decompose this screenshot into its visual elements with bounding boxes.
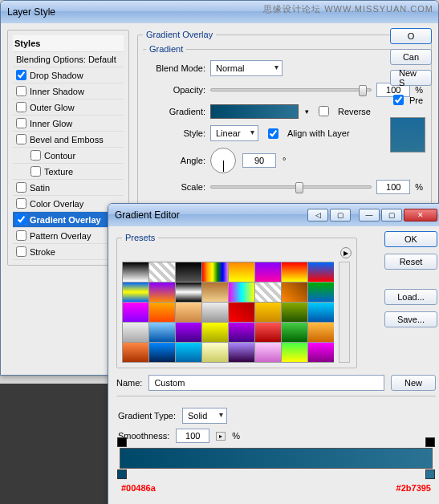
preset-swatch[interactable] [202,262,228,282]
dock-right-icon[interactable]: ▢ [330,209,351,222]
preset-swatch[interactable] [202,323,228,342]
smoothness-menu-icon[interactable]: ▸ [216,432,226,441]
angle-dial[interactable] [210,148,236,173]
color-stop-left[interactable] [117,469,127,479]
preset-swatch[interactable] [123,262,148,282]
reset-button[interactable]: Reset [384,254,437,270]
preset-swatch[interactable] [123,343,148,362]
load-button[interactable]: Load... [384,289,437,305]
style-item-satin[interactable]: Satin [13,180,124,196]
preset-swatch[interactable] [176,323,201,342]
gradient-bar[interactable] [120,448,433,469]
preset-swatch[interactable] [308,303,334,322]
close-button[interactable]: ✕ [404,209,437,222]
style-item-drop-shadow[interactable]: Drop Shadow [13,67,124,83]
preset-swatch[interactable] [202,282,228,302]
style-item-contour[interactable]: Contour [13,148,124,164]
presets-scrollbar[interactable] [339,262,350,363]
gradient-editor-titlebar[interactable]: Gradient Editor ◁ ▢ — ▢ ✕ [108,204,439,226]
styles-heading[interactable]: Styles [13,35,124,52]
preset-swatch[interactable] [229,323,254,342]
preset-swatch[interactable] [229,303,254,322]
preset-swatch[interactable] [255,282,281,302]
preset-swatch[interactable] [123,303,148,322]
preset-swatch[interactable] [308,343,334,362]
scale-slider[interactable] [210,185,372,189]
preset-swatch[interactable] [229,282,254,302]
preset-swatch[interactable] [123,323,148,342]
style-item-bevel-and-emboss[interactable]: Bevel and Emboss [13,132,124,148]
ok-button[interactable]: O [390,28,432,44]
style-item-outer-glow[interactable]: Outer Glow [13,100,124,116]
cancel-button[interactable]: Can [390,49,432,65]
preset-swatch[interactable] [149,262,175,282]
angle-value[interactable]: 90 [242,153,276,168]
preset-swatch[interactable] [255,343,281,362]
smoothness-value[interactable]: 100 [176,429,209,443]
preset-swatch[interactable] [282,282,307,302]
preset-swatch[interactable] [229,262,254,282]
preset-swatch[interactable] [176,282,201,302]
preview-checkbox[interactable] [393,95,404,105]
gradient-swatch[interactable] [210,104,299,119]
scale-value[interactable]: 100 [376,180,410,194]
reverse-checkbox[interactable] [319,106,329,116]
preset-swatch[interactable] [229,343,254,362]
style-checkbox[interactable] [16,230,26,241]
maximize-button[interactable]: ▢ [381,209,402,222]
blend-mode-select[interactable]: Normal [210,60,283,76]
preset-swatch[interactable] [308,262,334,282]
style-checkbox[interactable] [16,198,26,209]
style-item-inner-glow[interactable]: Inner Glow [13,116,124,132]
minimize-button[interactable]: — [359,209,380,222]
preset-swatch[interactable] [149,282,175,302]
style-checkbox[interactable] [30,166,41,177]
opacity-stop-right[interactable] [425,437,435,447]
style-checkbox[interactable] [16,86,26,96]
preset-swatch[interactable] [176,343,201,362]
type-select[interactable]: Solid [182,408,227,424]
style-checkbox[interactable] [16,134,26,144]
preset-swatch[interactable] [308,323,334,342]
align-layer-checkbox[interactable] [268,128,278,139]
presets-menu-icon[interactable]: ▶ [340,247,352,258]
style-checkbox[interactable] [16,182,26,193]
preset-swatch[interactable] [149,343,175,362]
presets-grid[interactable] [122,262,334,363]
color-stop-right[interactable] [425,469,435,479]
name-input[interactable]: Custom [148,375,384,391]
blending-options-row[interactable]: Blending Options: Default [13,52,124,67]
preset-swatch[interactable] [282,303,307,322]
preset-swatch[interactable] [123,282,148,302]
style-checkbox[interactable] [16,70,26,80]
reverse-label: Reverse [338,107,371,116]
preset-swatch[interactable] [255,303,281,322]
opacity-slider[interactable] [210,88,372,91]
preset-swatch[interactable] [176,303,201,322]
preset-swatch[interactable] [255,262,281,282]
preset-swatch[interactable] [282,262,307,282]
new-style-button[interactable]: New S [390,70,432,86]
ok-button[interactable]: OK [384,231,437,247]
preset-swatch[interactable] [202,343,228,362]
preset-swatch[interactable] [176,262,201,282]
preset-swatch[interactable] [149,303,175,322]
opacity-stop-left[interactable] [117,437,127,447]
preset-swatch[interactable] [308,282,334,302]
style-checkbox[interactable] [16,102,26,112]
style-checkbox[interactable] [16,118,26,128]
style-item-inner-shadow[interactable]: Inner Shadow [13,83,124,100]
new-button[interactable]: New [391,375,436,391]
preset-swatch[interactable] [282,323,307,342]
preset-swatch[interactable] [282,343,307,362]
style-item-texture[interactable]: Texture [13,164,124,180]
style-checkbox[interactable] [30,150,41,161]
style-checkbox[interactable] [16,246,26,257]
save-button[interactable]: Save... [384,311,437,327]
preset-swatch[interactable] [149,323,175,342]
style-checkbox[interactable] [16,214,26,225]
style-select[interactable]: Linear [210,125,258,141]
preset-swatch[interactable] [202,303,228,322]
dock-left-icon[interactable]: ◁ [307,209,328,222]
preset-swatch[interactable] [255,323,281,342]
